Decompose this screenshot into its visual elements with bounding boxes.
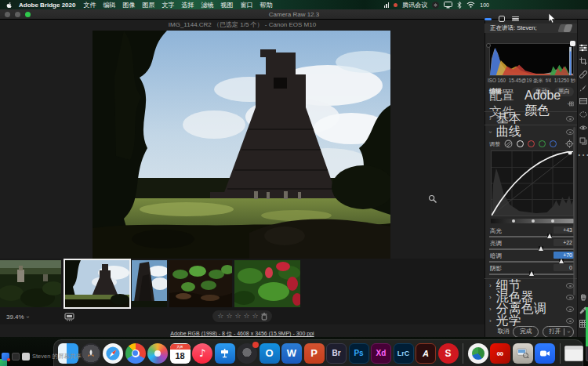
chevron-down-icon[interactable]: › [565, 103, 572, 105]
dock-image-capture-icon[interactable] [513, 343, 533, 364]
thumbnail-seedlings[interactable] [169, 260, 232, 307]
trash-icon[interactable] [261, 313, 267, 321]
dock-chrome-icon[interactable] [125, 343, 146, 364]
slider-value[interactable]: 0 [554, 264, 574, 271]
crop-tool-icon[interactable] [579, 56, 588, 66]
dock-tencent-meeting-icon[interactable] [535, 343, 555, 364]
slider-track[interactable] [489, 248, 574, 250]
share-camera-icon[interactable] [12, 353, 20, 361]
menu-item-select[interactable]: 选择 [181, 1, 194, 9]
tone-curve-graph[interactable] [491, 150, 574, 216]
edit-tool-icon[interactable] [579, 43, 588, 53]
visibility-eye-icon[interactable] [566, 318, 574, 324]
channel-blue-button[interactable] [550, 140, 557, 147]
apple-logo-icon[interactable] [5, 2, 13, 9]
presets-panel-icon[interactable] [579, 136, 588, 146]
dock-lightroom-classic-icon[interactable]: LrC [394, 343, 414, 364]
dock-meeting-wheel-icon[interactable] [237, 343, 257, 364]
dock-substance-icon[interactable]: S [438, 343, 459, 364]
channel-red-button[interactable] [528, 140, 535, 147]
menu-item-window[interactable]: 窗口 [240, 1, 252, 9]
main-photo-tikal-temple[interactable] [93, 31, 390, 259]
slider-shadows[interactable]: 阴影 0 [489, 265, 574, 277]
menu-item-help[interactable]: 帮助 [260, 1, 272, 9]
dock-photos-icon[interactable] [147, 343, 168, 364]
star-icon[interactable]: ☆ [226, 313, 232, 320]
meeting-minimize-icon[interactable] [485, 18, 492, 20]
screen-share-bar[interactable]: Steven 的屏幕共享 [2, 353, 82, 361]
wifi-icon[interactable] [466, 2, 475, 8]
meeting-maximize-icon[interactable] [499, 16, 505, 22]
slider-thumb[interactable] [539, 246, 543, 251]
meeting-camera-icon[interactable] [432, 2, 439, 9]
menu-item-type[interactable]: 文字 [162, 1, 174, 9]
cancel-button[interactable]: 取消 [497, 328, 509, 335]
dock-outlook-icon[interactable]: O [260, 343, 280, 364]
visibility-eye-icon[interactable] [566, 116, 574, 121]
brush-tool-icon[interactable] [579, 83, 588, 92]
dock-launchpad-icon[interactable] [81, 343, 101, 364]
menu-item-view[interactable]: 视图 [220, 1, 233, 9]
slider-lights[interactable]: 亮调 +22 [489, 240, 574, 252]
star-icon[interactable]: ☆ [244, 313, 250, 320]
menu-item-filter[interactable]: 滤镜 [201, 1, 213, 9]
dock-word-icon[interactable]: W [281, 343, 302, 364]
bluetooth-icon[interactable] [457, 2, 462, 9]
red-eye-tool-icon[interactable] [579, 123, 588, 132]
menu-item-file[interactable]: 文件 [83, 1, 96, 9]
dock-minimized-window-xd[interactable]: Xd [586, 346, 588, 361]
share-mic-icon[interactable] [22, 353, 30, 361]
dock-calendar-icon[interactable]: 六月18 [170, 343, 191, 364]
dock-xd-icon[interactable]: Xd [371, 343, 391, 364]
shadow-clipping-indicator[interactable] [486, 43, 491, 48]
open-split-button[interactable]: 打开 › [543, 326, 574, 338]
section-curve[interactable]: › 曲线 [489, 127, 574, 137]
slider-thumb[interactable] [529, 271, 534, 276]
slider-darks[interactable]: 暗调 +70 [489, 252, 574, 264]
dock-bridge-icon[interactable]: Br [326, 343, 347, 364]
graduated-filter-icon[interactable] [579, 96, 588, 106]
dock-safari-icon[interactable] [103, 343, 123, 364]
visibility-eye-icon[interactable] [566, 295, 574, 300]
thumbnail-jungle-aerial[interactable] [0, 260, 61, 307]
tone-range-strip[interactable] [491, 219, 574, 223]
slider-value-selected[interactable]: +70 [554, 252, 574, 259]
hand-tool-icon[interactable] [579, 292, 588, 302]
dock-anyconnect-icon[interactable] [468, 343, 488, 364]
slider-highlights[interactable]: 高光 +43 [489, 227, 574, 239]
dock-music-icon[interactable]: ♪ [192, 343, 212, 364]
dock-acrobat-icon[interactable]: A [416, 343, 436, 364]
done-button[interactable]: 完成 [513, 326, 539, 338]
radial-filter-icon[interactable] [579, 110, 588, 119]
panel-scrollbar[interactable] [573, 127, 575, 295]
dock-photoshop-icon[interactable]: Ps [349, 343, 369, 364]
menu-item-edit[interactable]: 编辑 [103, 1, 115, 9]
menubar-app-name[interactable]: Adobe Bridge 2020 [19, 2, 75, 9]
channel-white-button[interactable] [517, 140, 524, 147]
highlight-clipping-indicator[interactable] [570, 41, 575, 46]
more-tools-icon[interactable]: ⋯ [579, 150, 588, 159]
chevron-down-icon[interactable]: › [565, 331, 572, 333]
thumbnail-temple-front-selected[interactable] [65, 260, 129, 307]
dock-keynote-icon[interactable] [215, 343, 235, 364]
image-info-bar[interactable]: Adobe RGB (1998) - 8 位 - 4608 x 3456 (15… [0, 324, 485, 337]
share-participant-icon[interactable] [2, 353, 9, 361]
open-button-label[interactable]: 打开 [549, 328, 561, 335]
menu-item-layer[interactable]: 图层 [142, 1, 154, 9]
meeting-menu-icon[interactable] [512, 16, 519, 22]
preview-toggle-icon[interactable] [64, 313, 74, 321]
thumbnail-temple-angled[interactable] [132, 260, 167, 307]
dock-creative-cloud-icon[interactable]: ∞ [490, 343, 510, 364]
slider-value[interactable]: +43 [554, 226, 574, 234]
visibility-eye-icon[interactable] [566, 306, 574, 312]
healing-brush-icon[interactable] [579, 70, 588, 79]
slider-thumb[interactable] [547, 234, 552, 238]
dock-minimized-window-light[interactable] [564, 346, 583, 361]
star-icon[interactable]: ☆ [252, 313, 259, 320]
star-icon[interactable]: ☆ [217, 313, 223, 320]
display-share-icon[interactable] [444, 2, 452, 9]
meeting-menubar-label[interactable]: 腾讯会议 [402, 1, 427, 9]
section-basic[interactable]: › 基本 [489, 114, 574, 124]
dock-powerpoint-icon[interactable]: P [304, 343, 325, 364]
zoom-level-select[interactable]: 39.4% › [3, 313, 31, 321]
